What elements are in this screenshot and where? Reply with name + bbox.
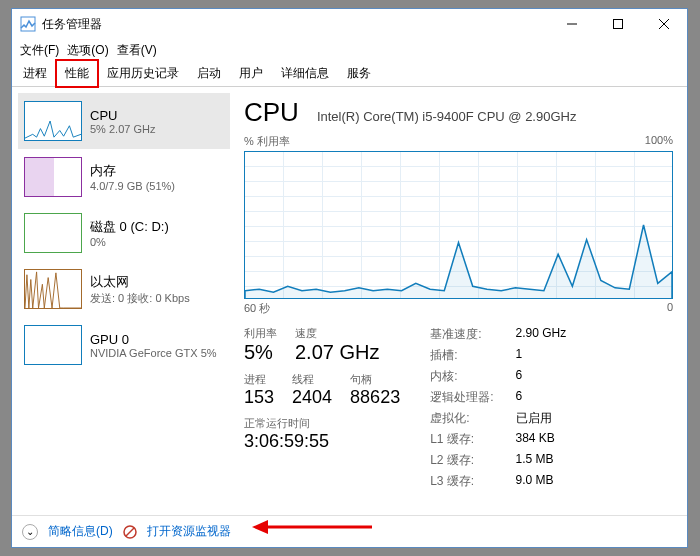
chart-xlabel-right: 0 xyxy=(667,301,673,316)
stat-key: 虚拟化: xyxy=(430,410,493,427)
brief-info-link[interactable]: 简略信息(D) xyxy=(48,523,113,540)
main-panel: CPU Intel(R) Core(TM) i5-9400F CPU @ 2.9… xyxy=(236,93,681,509)
stat-value: 9.0 MB xyxy=(516,473,567,490)
sidebar-item-label: GPU 0 xyxy=(90,332,217,347)
memory-thumb-icon xyxy=(24,157,82,197)
menu-view[interactable]: 查看(V) xyxy=(117,42,157,59)
thread-label: 线程 xyxy=(292,372,332,387)
stat-key: 逻辑处理器: xyxy=(430,389,493,406)
utilization-chart[interactable] xyxy=(244,151,673,299)
stat-key: L3 缓存: xyxy=(430,473,493,490)
body: CPU5% 2.07 GHz 内存4.0/7.9 GB (51%) 磁盘 0 (… xyxy=(12,87,687,515)
handle-value: 88623 xyxy=(350,387,400,408)
sidebar-item-label: CPU xyxy=(90,108,155,123)
stat-key: 插槽: xyxy=(430,347,493,364)
thread-value: 2404 xyxy=(292,387,332,408)
util-label: 利用率 xyxy=(244,326,277,341)
proc-label: 进程 xyxy=(244,372,274,387)
tab-bar: 进程 性能 应用历史记录 启动 用户 详细信息 服务 xyxy=(12,61,687,87)
stat-key: 基准速度: xyxy=(430,326,493,343)
app-icon xyxy=(20,16,36,32)
stat-value: 2.90 GHz xyxy=(516,326,567,343)
sidebar-item-sub: 5% 2.07 GHz xyxy=(90,123,155,135)
stat-value: 6 xyxy=(516,368,567,385)
chart-xlabel-left: 60 秒 xyxy=(244,301,270,316)
sidebar-item-ethernet[interactable]: 以太网发送: 0 接收: 0 Kbps xyxy=(18,261,230,317)
sidebar-item-sub: NVIDIA GeForce GTX 5% xyxy=(90,347,217,359)
sidebar-item-sub: 发送: 0 接收: 0 Kbps xyxy=(90,291,190,306)
menubar: 文件(F) 选项(O) 查看(V) xyxy=(12,39,687,61)
tab-processes[interactable]: 进程 xyxy=(14,60,56,86)
tab-performance[interactable]: 性能 xyxy=(56,60,98,87)
chevron-down-icon[interactable]: ⌄ xyxy=(22,524,38,540)
tab-users[interactable]: 用户 xyxy=(230,60,272,86)
open-resmon-link[interactable]: 打开资源监视器 xyxy=(147,523,231,540)
stat-key: L2 缓存: xyxy=(430,452,493,469)
svg-line-6 xyxy=(126,528,134,536)
tab-app-history[interactable]: 应用历史记录 xyxy=(98,60,188,86)
handle-label: 句柄 xyxy=(350,372,400,387)
cpu-model: Intel(R) Core(TM) i5-9400F CPU @ 2.90GHz xyxy=(317,109,577,124)
stats-table: 基准速度:2.90 GHz插槽:1内核:6逻辑处理器:6虚拟化:已启用L1 缓存… xyxy=(430,326,566,490)
maximize-button[interactable] xyxy=(595,9,641,39)
ethernet-thumb-icon xyxy=(24,269,82,309)
sidebar-item-gpu[interactable]: GPU 0NVIDIA GeForce GTX 5% xyxy=(18,317,230,373)
chart-ymax: 100% xyxy=(645,134,673,149)
stat-value: 已启用 xyxy=(516,410,567,427)
stat-value: 1 xyxy=(516,347,567,364)
proc-value: 153 xyxy=(244,387,274,408)
tab-services[interactable]: 服务 xyxy=(338,60,380,86)
cpu-thumb-icon xyxy=(24,101,82,141)
speed-label: 速度 xyxy=(295,326,379,341)
resmon-icon xyxy=(123,525,137,539)
stats-area: 利用率5% 速度2.07 GHz 进程153 线程2404 句柄88623 正常… xyxy=(244,326,673,490)
tab-details[interactable]: 详细信息 xyxy=(272,60,338,86)
gpu-thumb-icon xyxy=(24,325,82,365)
stat-key: L1 缓存: xyxy=(430,431,493,448)
stat-value: 6 xyxy=(516,389,567,406)
uptime-label: 正常运行时间 xyxy=(244,416,400,431)
stat-value: 1.5 MB xyxy=(516,452,567,469)
sidebar-item-label: 磁盘 0 (C: D:) xyxy=(90,218,169,236)
sidebar-item-cpu[interactable]: CPU5% 2.07 GHz xyxy=(18,93,230,149)
disk-thumb-icon xyxy=(24,213,82,253)
sidebar-item-sub: 0% xyxy=(90,236,169,248)
close-button[interactable] xyxy=(641,9,687,39)
menu-options[interactable]: 选项(O) xyxy=(67,42,108,59)
window-title: 任务管理器 xyxy=(42,16,102,33)
sidebar: CPU5% 2.07 GHz 内存4.0/7.9 GB (51%) 磁盘 0 (… xyxy=(18,93,230,509)
sidebar-item-label: 内存 xyxy=(90,162,175,180)
util-value: 5% xyxy=(244,341,277,364)
task-manager-window: 任务管理器 文件(F) 选项(O) 查看(V) 进程 性能 应用历史记录 启动 … xyxy=(11,8,688,548)
tab-startup[interactable]: 启动 xyxy=(188,60,230,86)
menu-file[interactable]: 文件(F) xyxy=(20,42,59,59)
footer: ⌄ 简略信息(D) 打开资源监视器 xyxy=(12,515,687,547)
stat-value: 384 KB xyxy=(516,431,567,448)
sidebar-item-label: 以太网 xyxy=(90,273,190,291)
page-title: CPU xyxy=(244,97,299,128)
titlebar[interactable]: 任务管理器 xyxy=(12,9,687,39)
uptime-value: 3:06:59:55 xyxy=(244,431,400,452)
sidebar-item-sub: 4.0/7.9 GB (51%) xyxy=(90,180,175,192)
chart-ylabel: % 利用率 xyxy=(244,134,290,149)
sidebar-item-disk[interactable]: 磁盘 0 (C: D:)0% xyxy=(18,205,230,261)
sidebar-item-memory[interactable]: 内存4.0/7.9 GB (51%) xyxy=(18,149,230,205)
minimize-button[interactable] xyxy=(549,9,595,39)
svg-rect-2 xyxy=(614,20,623,29)
stat-key: 内核: xyxy=(430,368,493,385)
speed-value: 2.07 GHz xyxy=(295,341,379,364)
